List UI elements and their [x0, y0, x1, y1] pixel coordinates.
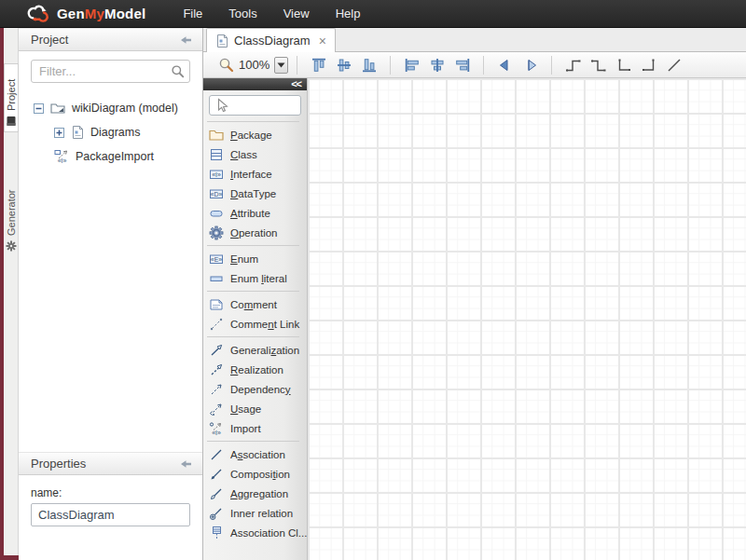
align-left-button[interactable]: [400, 54, 423, 75]
palette-item-inner-relation[interactable]: Inner relation: [203, 503, 307, 523]
palette-item-generalization[interactable]: Generalization: [203, 340, 307, 360]
editor-area: ClassDiagram × 100% << PackageClass«I»In…: [203, 28, 746, 560]
connector-step-down-button[interactable]: [587, 54, 610, 75]
palette-item-composition[interactable]: Composition: [203, 464, 307, 484]
flip-horizontal-button[interactable]: [493, 54, 517, 75]
palette-item-realization[interactable]: Realization: [203, 360, 307, 379]
align-top-button[interactable]: [307, 54, 330, 75]
align-middle-button[interactable]: [332, 54, 355, 75]
search-icon: [171, 64, 185, 78]
palette-item-usage[interactable]: Usage: [203, 399, 307, 418]
palette-item-label: Enum literal: [230, 273, 287, 284]
tab-close-icon[interactable]: ×: [319, 34, 326, 48]
palette-item-package[interactable]: Package: [203, 125, 307, 144]
connector-step-up-button[interactable]: [561, 54, 585, 75]
connector-corner-left-button[interactable]: [612, 54, 635, 75]
filter-input[interactable]: [31, 60, 190, 83]
name-field[interactable]: [31, 503, 190, 526]
sidebar-tab-generator[interactable]: Generator: [4, 168, 19, 256]
connector-corner-right-button[interactable]: [637, 54, 660, 75]
generalization-icon: [209, 343, 224, 358]
palette-item-enum-literal[interactable]: Enum literal: [203, 268, 307, 288]
datatype-icon: «D»: [209, 186, 224, 201]
connector-step-up-icon: [565, 57, 582, 74]
palette-separator: [207, 441, 299, 442]
menu-file[interactable]: File: [170, 1, 215, 26]
align-top-icon: [311, 57, 327, 74]
usage-icon: [209, 402, 224, 417]
connector-step-down-icon: [590, 57, 607, 74]
palette-item-attribute[interactable]: Attribute: [203, 203, 307, 223]
palette-item-association[interactable]: Association: [203, 444, 307, 464]
sidebar-tab-label: Generator: [6, 189, 17, 236]
palette-item-aggregation[interactable]: Aggregation: [203, 484, 307, 503]
palette-item-label: Usage: [230, 403, 261, 415]
pointer-tool-button[interactable]: [209, 95, 301, 116]
palette-item-operation[interactable]: Operation: [203, 223, 307, 242]
tree-item-label: PackageImport: [76, 150, 154, 163]
palette-separator: [207, 121, 299, 122]
menu-help[interactable]: Help: [323, 1, 374, 26]
project-panel-title: Project: [31, 33, 68, 47]
flip-vertical-button[interactable]: [518, 54, 542, 75]
connector-straight-icon: [666, 57, 683, 74]
palette-item-label: Association: [230, 449, 285, 460]
palette-item-label: Interface: [230, 169, 272, 180]
brand[interactable]: GenMyModel: [26, 4, 145, 24]
palette-item-interface[interactable]: «I»Interface: [203, 164, 307, 184]
tree-item-diagrams[interactable]: Diagrams: [19, 120, 202, 144]
palette-collapse-button[interactable]: <<: [203, 78, 307, 90]
menu-tools[interactable]: Tools: [215, 1, 269, 26]
palette-item-import[interactable]: «I»Import: [203, 418, 307, 438]
align-bottom-icon: [361, 57, 378, 74]
align-center-button[interactable]: [425, 54, 449, 75]
align-right-button[interactable]: [450, 54, 474, 75]
sidebar-tab-project[interactable]: Project: [4, 63, 19, 132]
palette-item-label: Comment: [230, 299, 277, 310]
collapse-left-icon[interactable]: [178, 34, 194, 47]
collapse-left-icon[interactable]: [178, 458, 194, 471]
palette-item-comment-link[interactable]: Comment Link: [203, 314, 307, 334]
tree-item-packageimport[interactable]: «I»PackageImport: [19, 144, 202, 169]
tree-item-label: wikiDiagram (model): [72, 102, 178, 115]
expander-plus-icon: [54, 128, 64, 138]
inner-relation-icon: [209, 506, 224, 521]
palette-item-enum[interactable]: «E»Enum: [203, 249, 307, 268]
menu-view[interactable]: View: [270, 1, 323, 26]
palette-item-class[interactable]: Class: [203, 144, 307, 164]
svg-text:«E»: «E»: [211, 255, 223, 262]
composition-icon: [209, 467, 224, 482]
aggregation-icon: [209, 486, 224, 501]
zoom-dropdown-button[interactable]: [274, 57, 288, 74]
palette-item-label: Comment Link: [230, 319, 299, 330]
palette-item-datatype[interactable]: «D»DataType: [203, 184, 307, 203]
svg-text:«I»: «I»: [58, 157, 67, 164]
align-center-icon: [429, 57, 446, 74]
palette-item-dependency[interactable]: Dependency: [203, 379, 307, 399]
import-icon: «I»: [209, 421, 224, 436]
diagram-canvas[interactable]: [308, 78, 746, 560]
align-bottom-button[interactable]: [357, 54, 380, 75]
toolbar-separator: [390, 56, 391, 75]
topbar-menus: FileToolsViewHelp: [170, 1, 373, 26]
palette-item-label: Generalization: [230, 345, 299, 356]
tree-item-wikidiagram[interactable]: wikiDiagram (model): [19, 96, 202, 120]
palette-item-comment[interactable]: Comment: [203, 294, 307, 314]
class-icon: [209, 147, 224, 162]
svg-text:«D»: «D»: [211, 190, 223, 197]
toolbar-separator: [483, 56, 484, 75]
palette-item-association-cl[interactable]: Association Cl...: [203, 523, 307, 542]
comment-link-icon: [209, 317, 224, 332]
properties-panel-header: Properties: [19, 452, 202, 475]
connector-straight-button[interactable]: [662, 54, 685, 75]
project-tree: wikiDiagram (model)Diagrams«I»PackageImp…: [19, 89, 202, 169]
attribute-icon: [209, 206, 224, 221]
palette-item-label: Package: [230, 130, 272, 141]
tab-classdiagram[interactable]: ClassDiagram ×: [206, 28, 336, 52]
gear-icon: [6, 240, 17, 252]
diagram-page-icon: [71, 125, 84, 140]
palette: << PackageClass«I»Interface«D»DataTypeAt…: [203, 78, 308, 560]
association-class-icon: [209, 526, 224, 540]
palette-separator: [207, 336, 299, 337]
sidebar-tab-label: Project: [6, 79, 17, 111]
